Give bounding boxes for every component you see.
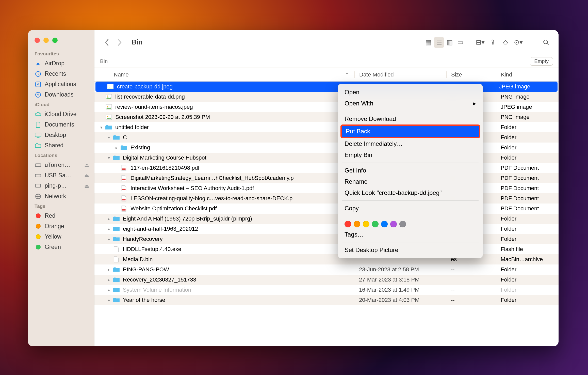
minimize-button[interactable]: [43, 38, 49, 43]
file-kind: MacBin…archive: [496, 256, 559, 263]
menu-item-open-with[interactable]: Open With▸: [338, 98, 483, 109]
sidebar-item-red[interactable]: Red: [28, 211, 94, 221]
file-name: list-recoverable-data-dd.png: [115, 93, 185, 100]
menu-item-tags[interactable]: Tags…: [338, 229, 483, 240]
file-row[interactable]: 117-en-1621618210498.pdfBPDF Document: [94, 163, 559, 173]
column-headers: Name⌃ Date Modified Size Kind: [94, 68, 559, 82]
sidebar-item-airdrop[interactable]: AirDrop: [28, 58, 94, 69]
eject-icon[interactable]: ⏏: [84, 162, 89, 168]
sidebar-item-documents[interactable]: Documents: [28, 119, 94, 130]
sidebar-item-ping-p-[interactable]: ping-p…⏏: [28, 181, 94, 191]
sidebar-item-applications[interactable]: AApplications: [28, 79, 94, 89]
menu-item-put-back[interactable]: Put Back: [340, 124, 480, 138]
forward-button[interactable]: [114, 37, 125, 48]
file-row[interactable]: review-found-items-macos.jpegBJPEG image: [94, 102, 559, 112]
sidebar-item-yellow[interactable]: Yellow: [28, 231, 94, 242]
disclosure-icon[interactable]: ▸: [105, 288, 113, 292]
disclosure-icon[interactable]: ▾: [105, 155, 113, 160]
file-row[interactable]: LESSON-creating-quality-blog c…ves-to-re…: [94, 193, 559, 204]
menu-item-copy[interactable]: Copy: [338, 203, 483, 214]
disclosure-icon[interactable]: ▸: [105, 216, 113, 221]
eject-icon[interactable]: ⏏: [84, 183, 89, 189]
gallery-view-button[interactable]: ▭: [455, 37, 466, 48]
sidebar-item-utorren-[interactable]: uTorren…⏏: [28, 160, 94, 170]
file-row[interactable]: ▸eight-and-a-half-1963_202012--Folder: [94, 224, 559, 234]
sidebar-item-recents[interactable]: Recents: [28, 69, 94, 79]
share-button[interactable]: ⇪: [487, 37, 498, 48]
empty-bin-button[interactable]: Empty: [530, 57, 553, 66]
menu-item-rename[interactable]: Rename: [338, 176, 483, 187]
tags-button[interactable]: ◇: [500, 37, 511, 48]
svg-rect-5: [35, 133, 41, 137]
shared-icon: [35, 143, 42, 148]
file-row[interactable]: Screenshot 2023-09-20 at 2.05.39 PMBPNG …: [94, 112, 559, 122]
menu-item-remove-download[interactable]: Remove Download: [338, 113, 483, 124]
file-row[interactable]: ▸System Volume Information16-Mar-2023 at…: [94, 285, 559, 295]
file-row[interactable]: ▸PING-PANG-POW23-Jun-2023 at 2:58 PM--Fo…: [94, 264, 559, 275]
icon-view-button[interactable]: ▦: [423, 37, 434, 48]
tag-color-swatch[interactable]: [390, 221, 397, 227]
menu-item-empty-bin[interactable]: Empty Bin: [338, 149, 483, 161]
file-row[interactable]: MediaID.binesMacBin…archive: [94, 254, 559, 264]
file-row[interactable]: ▾Digital Marketing Course Hubspot--Folde…: [94, 153, 559, 163]
sidebar-item-icloud-drive[interactable]: iCloud Drive: [28, 109, 94, 119]
window-controls: [28, 34, 94, 49]
tag-color-swatch[interactable]: [381, 221, 388, 227]
sidebar-item-orange[interactable]: Orange: [28, 221, 94, 231]
list-view-button[interactable]: ☰: [434, 37, 444, 48]
group-button[interactable]: ⊟▾: [475, 37, 485, 48]
sidebar-item-downloads[interactable]: Downloads: [28, 89, 94, 100]
tag-color-swatch[interactable]: [354, 221, 360, 227]
img-icon: [107, 84, 114, 90]
disclosure-icon[interactable]: ▾: [105, 135, 113, 140]
file-row[interactable]: ▸Eight And A Half (1963) 720p BRrip_suja…: [94, 214, 559, 224]
file-row[interactable]: DigitalMarketingStrategy_Learni…hCheckli…: [94, 173, 559, 183]
disclosure-icon[interactable]: ▸: [105, 227, 113, 231]
sidebar-item-desktop[interactable]: Desktop: [28, 130, 94, 140]
tag-color-swatch[interactable]: [372, 221, 379, 227]
path-crumb[interactable]: Bin: [100, 58, 108, 64]
file-row[interactable]: Website Optimization Checklist.pdfBPDF D…: [94, 204, 559, 214]
disclosure-icon[interactable]: ▸: [105, 298, 113, 303]
file-row[interactable]: HDDLLFsetup.4.40.exeBFlash file: [94, 244, 559, 254]
action-button[interactable]: ⊙▾: [513, 37, 524, 48]
file-date: 27-Mar-2023 at 3:18 PM: [354, 276, 446, 283]
disclosure-icon[interactable]: ▸: [113, 145, 120, 150]
file-row[interactable]: ▸Existing--Folder: [94, 143, 559, 153]
disclosure-icon[interactable]: ▸: [105, 267, 113, 272]
close-button[interactable]: [35, 38, 40, 43]
sidebar-item-green[interactable]: Green: [28, 242, 94, 252]
folder-icon: [113, 236, 120, 242]
disclosure-icon[interactable]: ▾: [97, 125, 105, 130]
sidebar-item-usb-sa-[interactable]: USB Sa…⏏: [28, 170, 94, 181]
header-date[interactable]: Date Modified: [354, 71, 446, 78]
file-row[interactable]: Interactive Worksheet – SEO Authority Au…: [94, 183, 559, 193]
file-row[interactable]: ▾untitled folder--Folder: [94, 122, 559, 132]
disclosure-icon[interactable]: ▸: [105, 237, 113, 242]
file-row[interactable]: ▸Year of the horse20-Mar-2023 at 4:03 PM…: [94, 295, 559, 305]
disclosure-icon[interactable]: ▸: [105, 277, 113, 282]
file-row[interactable]: create-backup-dd.jpegBJPEG image: [95, 82, 558, 92]
zoom-button[interactable]: [52, 38, 58, 43]
file-row[interactable]: ▸HandyRecovery--Folder: [94, 234, 559, 244]
header-size[interactable]: Size: [446, 71, 496, 78]
menu-item-open[interactable]: Open: [338, 87, 483, 98]
search-button[interactable]: [541, 37, 551, 48]
sidebar-item-network[interactable]: Network: [28, 191, 94, 201]
column-view-button[interactable]: ▥: [444, 37, 455, 48]
eject-icon[interactable]: ⏏: [84, 173, 89, 179]
file-row[interactable]: list-recoverable-data-dd.pngBPNG image: [94, 92, 559, 102]
file-row[interactable]: ▸Recovery_20230327_15173327-Mar-2023 at …: [94, 275, 559, 285]
tag-color-swatch[interactable]: [363, 221, 369, 227]
menu-item-set-desktop-picture[interactable]: Set Desktop Picture: [338, 244, 483, 256]
header-name[interactable]: Name⌃: [94, 71, 354, 78]
menu-item-get-info[interactable]: Get Info: [338, 165, 483, 176]
header-kind[interactable]: Kind: [496, 71, 559, 78]
menu-item-delete-immediately[interactable]: Delete Immediately…: [338, 138, 483, 149]
file-row[interactable]: ▾C--Folder: [94, 132, 559, 143]
menu-item-quick-look-create-backup-dd-jpeg[interactable]: Quick Look "create-backup-dd.jpeg": [338, 187, 483, 198]
sidebar-item-shared[interactable]: Shared: [28, 140, 94, 151]
tag-color-swatch[interactable]: [345, 221, 351, 227]
back-button[interactable]: [102, 37, 112, 48]
tag-color-swatch[interactable]: [399, 221, 406, 227]
